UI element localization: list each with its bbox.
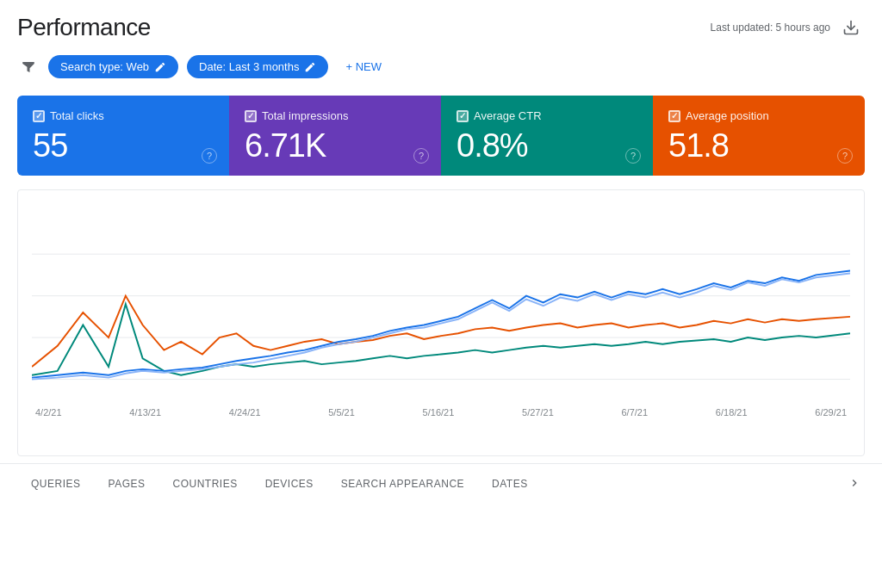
x-label-2: 4/13/21	[129, 407, 161, 418]
header: Performance Last updated: 5 hours ago	[0, 0, 882, 48]
x-label-8: 6/18/21	[716, 407, 748, 418]
filter-svg	[21, 59, 36, 75]
new-label: + NEW	[345, 60, 382, 73]
avg-position-help[interactable]: ?	[837, 148, 853, 164]
avg-position-checkbox	[668, 110, 680, 122]
last-updated-text: Last updated: 5 hours ago	[711, 22, 830, 34]
metric-total-clicks[interactable]: Total clicks 55 ?	[17, 96, 229, 176]
tab-countries[interactable]: COUNTRIES	[158, 471, 251, 498]
x-axis-labels: 4/2/21 4/13/21 4/24/21 5/5/21 5/16/21 5/…	[32, 407, 850, 418]
total-clicks-label: Total clicks	[33, 109, 214, 122]
avg-position-value: 51.8	[668, 129, 849, 162]
avg-ctr-value: 0.8%	[457, 129, 637, 162]
metrics-row: Total clicks 55 ? Total impressions 6.71…	[17, 96, 865, 176]
download-icon	[842, 19, 860, 36]
search-type-filter[interactable]: Search type: Web	[48, 55, 178, 78]
edit-icon-date	[304, 61, 316, 73]
total-clicks-checkbox	[33, 110, 45, 122]
page-title: Performance	[17, 14, 151, 41]
header-right: Last updated: 5 hours ago	[711, 14, 865, 41]
x-label-7: 6/7/21	[622, 407, 649, 418]
tab-devices[interactable]: DEVICES	[252, 471, 327, 498]
date-label: Date: Last 3 months	[199, 60, 299, 73]
x-label-5: 5/16/21	[423, 407, 455, 418]
metric-avg-ctr[interactable]: Average CTR 0.8% ?	[441, 96, 653, 176]
filter-icon[interactable]	[17, 56, 40, 78]
x-label-4: 5/5/21	[328, 407, 355, 418]
edit-icon	[154, 61, 166, 73]
bottom-tabs: QUERIES PAGES COUNTRIES DEVICES SEARCH A…	[0, 463, 882, 498]
metric-total-impressions[interactable]: Total impressions 6.71K ?	[229, 96, 441, 176]
total-clicks-help[interactable]: ?	[202, 148, 217, 164]
tab-pages[interactable]: PAGES	[95, 471, 159, 498]
chart-area: 4/2/21 4/13/21 4/24/21 5/5/21 5/16/21 5/…	[17, 189, 865, 456]
metric-avg-position[interactable]: Average position 51.8 ?	[653, 96, 865, 176]
total-impressions-label: Total impressions	[245, 109, 425, 122]
filter-bar: Search type: Web Date: Last 3 months + N…	[0, 48, 882, 89]
new-button[interactable]: + NEW	[337, 55, 390, 78]
avg-position-label: Average position	[668, 109, 849, 122]
x-label-1: 4/2/21	[35, 407, 62, 418]
x-label-3: 4/24/21	[229, 407, 261, 418]
date-filter[interactable]: Date: Last 3 months	[187, 55, 328, 78]
x-label-6: 5/27/21	[522, 407, 554, 418]
search-type-label: Search type: Web	[60, 60, 149, 73]
tabs-more-arrow[interactable]	[844, 473, 865, 497]
avg-ctr-label: Average CTR	[457, 109, 637, 122]
chart-svg	[32, 204, 850, 421]
total-impressions-checkbox	[245, 110, 257, 122]
download-button[interactable]	[837, 14, 865, 41]
avg-ctr-checkbox	[457, 110, 469, 122]
total-clicks-value: 55	[33, 129, 214, 162]
page-wrapper: Performance Last updated: 5 hours ago Se…	[0, 0, 882, 588]
chevron-right-icon	[848, 476, 861, 490]
x-label-9: 6/29/21	[815, 407, 847, 418]
tab-queries[interactable]: QUERIES	[17, 471, 95, 498]
tab-search-appearance[interactable]: SEARCH APPEARANCE	[327, 471, 478, 498]
avg-ctr-help[interactable]: ?	[625, 148, 641, 164]
tab-dates[interactable]: DATES	[478, 471, 542, 498]
total-impressions-help[interactable]: ?	[413, 148, 429, 164]
total-impressions-value: 6.71K	[245, 129, 425, 162]
